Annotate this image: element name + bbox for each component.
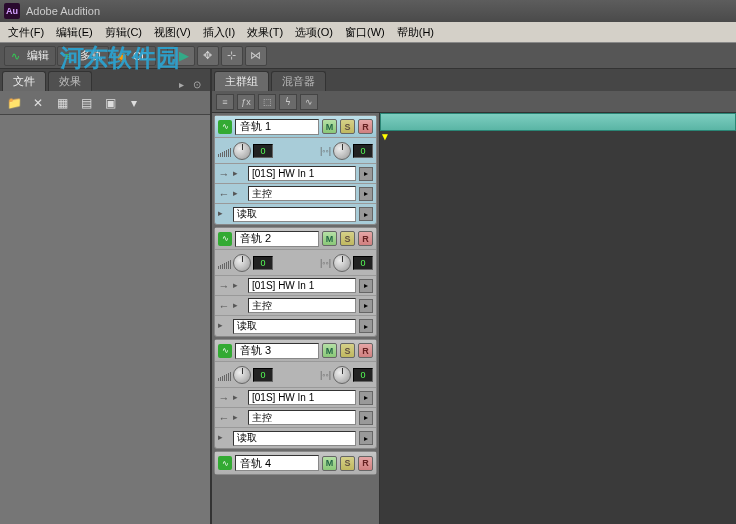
track-header[interactable]: ∿ 音轨 3 M S R 0 |◦◦| 0 → ▸ [01S] HW In 1 …: [214, 339, 377, 449]
track-name-field[interactable]: 音轨 2: [235, 231, 319, 247]
output-options-button[interactable]: ▸: [359, 299, 373, 313]
scrub-icon: ⋈: [250, 49, 261, 62]
menu-window[interactable]: 窗口(W): [339, 23, 391, 42]
input-play-icon[interactable]: ▸: [233, 168, 245, 180]
pan-knob[interactable]: [333, 366, 351, 384]
tool-hybrid-button[interactable]: ⊹: [221, 46, 243, 66]
volume-value[interactable]: 0: [253, 256, 273, 270]
close-file-button[interactable]: ✕: [28, 94, 48, 112]
et-btn-1[interactable]: ≡: [216, 94, 234, 110]
track-timeline[interactable]: ▼: [380, 113, 736, 524]
solo-button[interactable]: S: [340, 456, 355, 471]
track-header[interactable]: ∿ 音轨 1 M S R 0 |◦◦| 0 → ▸ [01S] HW In 1 …: [214, 115, 377, 225]
output-options-button[interactable]: ▸: [359, 187, 373, 201]
output-play-icon[interactable]: ▸: [233, 188, 245, 200]
mode-edit-button[interactable]: ∿ 编辑: [4, 46, 56, 66]
automation-expand-icon[interactable]: ▸: [218, 320, 230, 332]
tool-scrub-button[interactable]: ⋈: [245, 46, 267, 66]
solo-button[interactable]: S: [340, 119, 355, 134]
volume-value[interactable]: 0: [253, 144, 273, 158]
track-name-row: ∿ 音轨 2 M S R: [215, 228, 376, 250]
input-field[interactable]: [01S] HW In 1: [248, 390, 356, 405]
output-field[interactable]: 主控: [248, 186, 356, 201]
pan-knob[interactable]: [333, 142, 351, 160]
menu-effects[interactable]: 效果(T): [241, 23, 289, 42]
volume-knob[interactable]: [233, 142, 251, 160]
playhead-marker[interactable]: ▼: [380, 131, 390, 142]
solo-button[interactable]: S: [340, 231, 355, 246]
insert-multitrack-button[interactable]: ▦: [52, 94, 72, 112]
output-play-icon[interactable]: ▸: [233, 412, 245, 424]
automation-expand-icon[interactable]: ▸: [218, 208, 230, 220]
automation-mode-field[interactable]: 读取: [233, 319, 356, 334]
tab-files[interactable]: 文件: [2, 71, 46, 91]
automation-expand-icon[interactable]: ▸: [218, 432, 230, 444]
input-field[interactable]: [01S] HW In 1: [248, 166, 356, 181]
pan-value[interactable]: 0: [353, 368, 373, 382]
pan-icon: |◦◦|: [320, 370, 331, 380]
input-play-icon[interactable]: ▸: [233, 280, 245, 292]
import-button[interactable]: 📁: [4, 94, 24, 112]
fx-button[interactable]: ƒx: [237, 94, 255, 110]
input-play-icon[interactable]: ▸: [233, 392, 245, 404]
input-options-button[interactable]: ▸: [359, 167, 373, 181]
track-name-field[interactable]: 音轨 3: [235, 343, 319, 359]
pan-value[interactable]: 0: [353, 144, 373, 158]
pan-knob[interactable]: [333, 254, 351, 272]
menu-file[interactable]: 文件(F): [2, 23, 50, 42]
record-arm-button[interactable]: R: [358, 231, 373, 246]
volume-knob[interactable]: [233, 366, 251, 384]
pan-value[interactable]: 0: [353, 256, 373, 270]
menu-insert[interactable]: 插入(I): [197, 23, 241, 42]
record-arm-button[interactable]: R: [358, 343, 373, 358]
output-field[interactable]: 主控: [248, 298, 356, 313]
menu-help[interactable]: 帮助(H): [391, 23, 440, 42]
automation-options-button[interactable]: ▸: [359, 207, 373, 221]
track-header[interactable]: ∿ 音轨 4 M S R: [214, 451, 377, 475]
record-arm-button[interactable]: R: [358, 119, 373, 134]
mute-button[interactable]: M: [322, 119, 337, 134]
panel-menu-icon[interactable]: ▸: [174, 77, 188, 91]
automation-mode-field[interactable]: 读取: [233, 207, 356, 222]
automation-options-button[interactable]: ▸: [359, 431, 373, 445]
timeline-clip[interactable]: [380, 113, 736, 131]
mode-multitrack-button[interactable]: ≡ 多轨: [57, 46, 109, 66]
volume-value[interactable]: 0: [253, 368, 273, 382]
tab-mixer[interactable]: 混音器: [271, 71, 326, 91]
output-options-button[interactable]: ▸: [359, 411, 373, 425]
volume-knob[interactable]: [233, 254, 251, 272]
insert-cd-button[interactable]: ▤: [76, 94, 96, 112]
tab-main-group[interactable]: 主群组: [214, 71, 269, 91]
menu-options[interactable]: 选项(O): [289, 23, 339, 42]
input-field[interactable]: [01S] HW In 1: [248, 278, 356, 293]
play-button[interactable]: ▶: [173, 46, 195, 66]
output-field[interactable]: 主控: [248, 410, 356, 425]
tab-effects[interactable]: 效果: [48, 71, 92, 91]
eq-button[interactable]: ∿: [300, 94, 318, 110]
mute-button[interactable]: M: [322, 456, 337, 471]
edit-file-button[interactable]: ▣: [100, 94, 120, 112]
et-btn-3[interactable]: ⬚: [258, 94, 276, 110]
mute-button[interactable]: M: [322, 343, 337, 358]
menu-edit[interactable]: 编辑(E): [50, 23, 99, 42]
menu-view[interactable]: 视图(V): [148, 23, 197, 42]
timeline-ruler[interactable]: [380, 113, 736, 131]
file-list[interactable]: [0, 115, 210, 524]
options-button[interactable]: ▾: [124, 94, 144, 112]
track-name-field[interactable]: 音轨 4: [235, 455, 319, 471]
tool-move-button[interactable]: ✥: [197, 46, 219, 66]
mute-button[interactable]: M: [322, 231, 337, 246]
mode-cd-button[interactable]: ◉ CD: [110, 46, 156, 66]
input-options-button[interactable]: ▸: [359, 391, 373, 405]
track-header[interactable]: ∿ 音轨 2 M S R 0 |◦◦| 0 → ▸ [01S] HW In 1 …: [214, 227, 377, 337]
solo-button[interactable]: S: [340, 343, 355, 358]
output-play-icon[interactable]: ▸: [233, 300, 245, 312]
track-name-field[interactable]: 音轨 1: [235, 119, 319, 135]
panel-options-icon[interactable]: ⊙: [190, 77, 204, 91]
automation-options-button[interactable]: ▸: [359, 319, 373, 333]
send-button[interactable]: ϟ: [279, 94, 297, 110]
automation-mode-field[interactable]: 读取: [233, 431, 356, 446]
menu-clip[interactable]: 剪辑(C): [99, 23, 148, 42]
record-arm-button[interactable]: R: [358, 456, 373, 471]
input-options-button[interactable]: ▸: [359, 279, 373, 293]
